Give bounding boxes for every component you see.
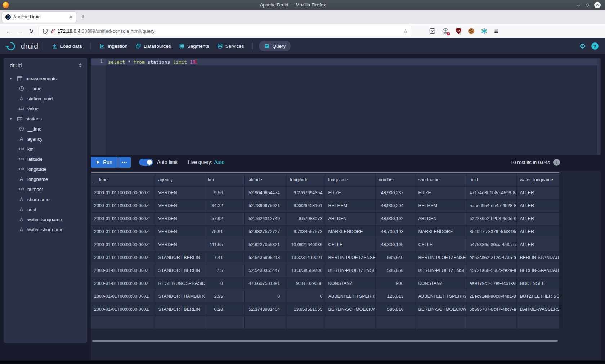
table-cell[interactable]: 111.55 — [205, 238, 244, 251]
sidebar-item-shortname[interactable]: Ashortname — [4, 194, 87, 204]
cookie-extension-icon[interactable] — [468, 28, 474, 34]
reload-button[interactable]: ↻ — [29, 28, 33, 35]
url-field[interactable]: 172.18.0.4:30899/unified-console.html#qu… — [39, 26, 412, 37]
table-cell[interactable]: 8b4f9f7c-3376-4dd8-95c — [466, 225, 516, 238]
table-cell[interactable]: 75.91 — [205, 225, 244, 238]
nav-item-datasources[interactable]: Datasources — [131, 38, 175, 54]
table-cell[interactable]: 52.7624312749 — [244, 212, 287, 225]
table-cell[interactable]: ALLER — [516, 225, 559, 238]
column-header-water-longname[interactable]: water_longname — [516, 174, 559, 186]
table-cell[interactable]: ALLER — [516, 212, 559, 225]
table-cell[interactable]: 52.5430355447 — [244, 264, 287, 277]
table-cell[interactable]: ABBENFLETH SPERRWEI — [415, 290, 466, 303]
table-cell[interactable]: 2000-01-01T00:00:00.000Z — [91, 264, 155, 277]
column-header-longname[interactable]: longname — [325, 174, 375, 186]
table-cell[interactable]: 52.7890975921 — [244, 199, 287, 212]
back-button[interactable]: ← — [6, 28, 12, 35]
table-cell[interactable]: MARKLENDORF — [415, 225, 466, 238]
table-cell[interactable]: 586,650 — [375, 264, 415, 277]
table-cell[interactable]: 0 — [287, 290, 325, 303]
table-cell[interactable]: 10.0621640936 — [287, 238, 325, 251]
table-cell[interactable]: 48,900,204 — [375, 199, 415, 212]
table-cell[interactable]: 52.3743981404 — [244, 303, 287, 316]
table-cell[interactable]: BERLIN-PLOETZENSEE C — [325, 251, 375, 264]
table-cell[interactable]: STANDORT BERLIN — [155, 251, 205, 264]
table-cell[interactable]: ABBENFLETH SPERRWEI — [325, 290, 375, 303]
help-icon[interactable]: ? — [591, 42, 599, 50]
table-cell[interactable]: ee52ce62-212c-4735-b4 — [466, 251, 516, 264]
table-cell[interactable]: 126,013 — [375, 290, 415, 303]
nav-item-services[interactable]: Services — [213, 38, 248, 54]
menu-icon[interactable]: ≡ — [494, 27, 498, 35]
column-header-uuid[interactable]: uuid — [466, 174, 516, 186]
table-cell[interactable]: BERLIN-SPANDAUER-S — [516, 251, 559, 264]
browser-tab[interactable]: Apache Druid ✕ — [2, 12, 76, 23]
table-cell[interactable]: 52.6227055321 — [244, 238, 287, 251]
table-cell[interactable]: EITZE — [325, 186, 375, 199]
table-cell[interactable]: 9.3828408101 — [287, 199, 325, 212]
sidebar-item-agency[interactable]: Aagency — [4, 134, 87, 144]
table-cell[interactable]: 52.6827572727 — [244, 225, 287, 238]
nav-item-load-data[interactable]: Load data — [48, 38, 86, 54]
table-cell[interactable]: RETHEM — [325, 199, 375, 212]
table-cell[interactable]: BERLIN-PLOETZENSEE C — [415, 251, 466, 264]
forward-button[interactable]: → — [17, 28, 23, 35]
table-cell[interactable]: 2000-01-01T00:00:00.000Z — [91, 186, 155, 199]
table-cell[interactable]: 0.28 — [205, 303, 244, 316]
vertical-scrollbar[interactable] — [559, 174, 562, 328]
sidebar-item-number[interactable]: 123number — [4, 184, 87, 194]
table-cell[interactable]: RETHEM — [415, 199, 466, 212]
account-icon[interactable]: ✕ — [442, 28, 449, 35]
sidebar-item-station-uuid[interactable]: Astation_uuid — [4, 94, 87, 104]
table-cell[interactable]: 45721a68-566c-4e2a-a6 — [466, 264, 516, 277]
table-cell[interactable]: CELLE — [415, 238, 466, 251]
column-header-agency[interactable]: agency — [155, 174, 205, 186]
table-cell[interactable]: b475386c-30cc-453a-b3 — [466, 238, 516, 251]
table-cell[interactable]: 9.56 — [205, 186, 244, 199]
auto-limit-toggle[interactable] — [139, 159, 153, 166]
nav-item-segments[interactable]: Segments — [175, 38, 213, 54]
table-cell[interactable]: AHLDEN — [415, 212, 466, 225]
sort-icon[interactable] — [79, 63, 82, 68]
table-cell[interactable]: 13.653581055 — [287, 303, 325, 316]
sidebar-item---time[interactable]: __time — [4, 83, 87, 94]
table-cell[interactable]: 2000-01-01T00:00:00.000Z — [91, 199, 155, 212]
nav-item-ingestion[interactable]: Ingestion — [95, 38, 131, 54]
tab-close-icon[interactable]: ✕ — [70, 15, 73, 19]
table-cell[interactable]: 48,700,103 — [375, 225, 415, 238]
table-cell[interactable]: 9.181039088 — [287, 277, 325, 290]
table-cell[interactable]: 7.5 — [205, 264, 244, 277]
table-cell[interactable]: VERDEN — [155, 212, 205, 225]
table-cell[interactable]: 48,900,237 — [375, 186, 415, 199]
table-cell[interactable]: 47.6607501391 — [244, 277, 287, 290]
table-cell[interactable]: 52.5436996213 — [244, 251, 287, 264]
sidebar-item---time[interactable]: __time — [4, 124, 87, 134]
table-cell[interactable]: 48,900,102 — [375, 212, 415, 225]
table-cell[interactable]: 2000-01-01T00:00:00.000Z — [91, 212, 155, 225]
table-cell[interactable]: ALLER — [516, 199, 559, 212]
table-cell[interactable]: STANDORT BERLIN — [155, 303, 205, 316]
table-cell[interactable]: 2000-01-01T00:00:00.000Z — [91, 225, 155, 238]
table-cell[interactable]: 2.95 — [205, 290, 244, 303]
table-cell[interactable]: 13.3238589706 — [287, 264, 325, 277]
table-cell[interactable]: 586,810 — [375, 303, 415, 316]
table-cell[interactable]: STANDORT HAMBURG — [155, 290, 205, 303]
sidebar-item-measurements[interactable]: ▾measurements — [4, 73, 87, 83]
table-cell[interactable]: MARKLENDORF — [325, 225, 375, 238]
table-cell[interactable]: 522286e2-b2b3-4d0d-9a — [466, 212, 516, 225]
nav-item-query[interactable]: Query — [259, 41, 291, 51]
table-cell[interactable]: BERLIN-SPANDAUER-S — [516, 264, 559, 277]
table-cell[interactable]: BERLIN-SCHMOECKWITZ — [325, 303, 375, 316]
column-header-number[interactable]: number — [375, 174, 415, 186]
sql-code-line[interactable]: select * from stations limit 10 — [108, 59, 196, 65]
live-query-value[interactable]: Auto — [214, 159, 225, 165]
sidebar-item-stations[interactable]: ▾stations — [4, 114, 87, 124]
table-cell[interactable]: 28ec91e8-90c0-44d1-8fc — [466, 290, 516, 303]
table-cell[interactable]: 0 — [205, 277, 244, 290]
table-cell[interactable]: 13.3231419091 — [287, 251, 325, 264]
sidebar-item-longitude[interactable]: 123longitude — [4, 164, 87, 174]
table-cell[interactable]: KONSTANZ — [325, 277, 375, 290]
table-cell[interactable]: BODENSEE — [516, 277, 559, 290]
table-cell[interactable]: 2000-01-01T00:00:00.000Z — [91, 290, 155, 303]
editor-scrollbar[interactable] — [597, 58, 600, 155]
